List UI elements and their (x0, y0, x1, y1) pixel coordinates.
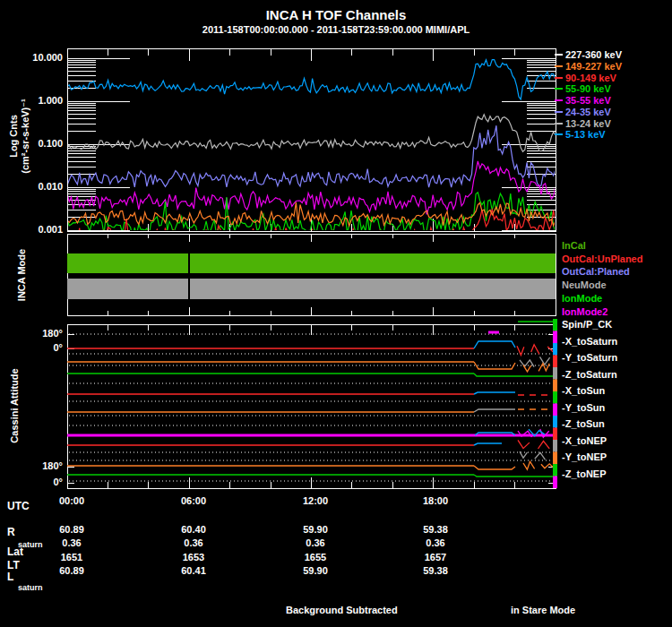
legend-label: 13-24 keV (565, 118, 611, 129)
legend-item-inca-mode: IonMode (562, 293, 602, 304)
tof-ytick-label: 0.100 (7, 138, 63, 150)
info-value: 60.40 (162, 524, 225, 536)
attitude-trace-label: -Z_toSun (562, 418, 605, 429)
info-value: 0.36 (40, 537, 103, 549)
legend-label: 90-149 keV (565, 73, 616, 83)
legend-color-dash (555, 54, 563, 56)
legend-item-energy-channel: 227-360 keV (555, 49, 622, 60)
info-value: 1651 (40, 552, 103, 563)
info-row-label: L (7, 571, 13, 583)
attitude-ytick-label: 180° (7, 460, 63, 472)
attitude-trace-label: -Z_toSaturn (562, 369, 617, 380)
legend-item-inca-mode: InCal (562, 240, 586, 251)
legend-label: 227-360 keV (565, 49, 622, 60)
attitude-trace-label: -Y_toSaturn (562, 352, 617, 363)
utc-tick-label: 18:00 (404, 495, 467, 507)
legend-label: 24-35 keV (565, 107, 611, 117)
info-value: 59.90 (284, 565, 347, 577)
legend-color-dash (555, 123, 563, 125)
attitude-trace-label: Spin/P_CK (562, 319, 612, 330)
legend-color-dash (555, 99, 563, 101)
legend-item-energy-channel: 35-55 keV (555, 95, 611, 106)
info-row-label: UTC (7, 501, 30, 512)
info-value: 0.36 (404, 537, 467, 549)
info-row-label-subscript: saturn (18, 583, 43, 592)
info-value: 59.38 (404, 565, 467, 577)
attitude-trace-label: -X_toNEP (562, 435, 607, 446)
tof-y-axis-label: Log Cnts (cm²-sr-s-keV)⁻¹ (8, 99, 31, 173)
utc-tick-label: 00:00 (40, 495, 103, 507)
attitude-trace-label: -Y_toSun (562, 402, 605, 413)
utc-tick-label: 06:00 (162, 495, 225, 507)
info-value: 60.89 (40, 565, 103, 577)
legend-item-inca-mode: IonMode2 (562, 306, 607, 317)
info-value: 59.38 (404, 524, 467, 536)
legend-item-energy-channel: 5-13 keV (555, 129, 606, 140)
tof-ytick-label: 0.001 (7, 224, 63, 236)
tof-ytick-label: 0.010 (7, 181, 63, 193)
legend-color-dash (555, 77, 563, 79)
legend-item-inca-mode: OutCal:Planed (562, 266, 630, 277)
legend-label: 35-55 keV (565, 95, 611, 106)
info-row-label: R (7, 527, 15, 538)
legend-label: 149-227 keV (565, 61, 622, 72)
attitude-y-axis-label: Cassini Attitude (9, 368, 21, 442)
utc-tick-label: 12:00 (284, 495, 347, 507)
legend-item-inca-mode: OutCal:UnPlaned (562, 253, 642, 264)
legend-item-energy-channel: 90-149 keV (555, 73, 616, 83)
tof-ytick-label: 1.000 (7, 95, 63, 107)
legend-color-dash (555, 111, 563, 113)
legend-item-inca-mode: NeuMode (562, 279, 607, 290)
footer-note-right: in Stare Mode (511, 605, 575, 616)
info-value: 0.36 (162, 537, 225, 549)
legend-item-energy-channel: 13-24 keV (555, 118, 611, 129)
legend-color-dash (555, 88, 563, 90)
legend-color-dash (555, 65, 563, 67)
attitude-ytick-label: 0° (7, 342, 63, 354)
info-value: 1657 (404, 552, 467, 563)
legend-item-energy-channel: 149-227 keV (555, 61, 622, 72)
attitude-trace-label: -X_toSaturn (562, 336, 617, 347)
legend-label: 55-90 keV (565, 83, 611, 94)
info-row-label: Lat (7, 546, 23, 558)
info-value: 59.90 (284, 524, 347, 536)
mode-y-axis-label: INCA Mode (16, 249, 28, 301)
attitude-ytick-label: 180° (7, 328, 63, 339)
legend-label: 5-13 keV (565, 129, 606, 140)
legend-color-dash (555, 133, 563, 135)
info-value: 0.36 (284, 537, 347, 549)
attitude-ytick-label: 0° (7, 477, 63, 488)
attitude-trace-label: -Z_toNEP (562, 468, 607, 479)
info-value: 60.89 (40, 524, 103, 536)
legend-item-energy-channel: 24-35 keV (555, 107, 611, 117)
attitude-trace-label: -Y_toNEP (562, 451, 607, 462)
plot-stage: INCA H TOF Channels 2011-158T00:00:00.00… (0, 0, 672, 627)
info-value: 60.41 (162, 565, 225, 577)
info-value: 1655 (284, 552, 347, 563)
legend-item-energy-channel: 55-90 keV (555, 83, 611, 94)
attitude-trace-label: -X_toSun (562, 385, 605, 396)
info-value: 1653 (162, 552, 225, 563)
footer-note-left: Background Subtracted (286, 605, 398, 616)
tof-ytick-label: 10.000 (7, 52, 63, 64)
